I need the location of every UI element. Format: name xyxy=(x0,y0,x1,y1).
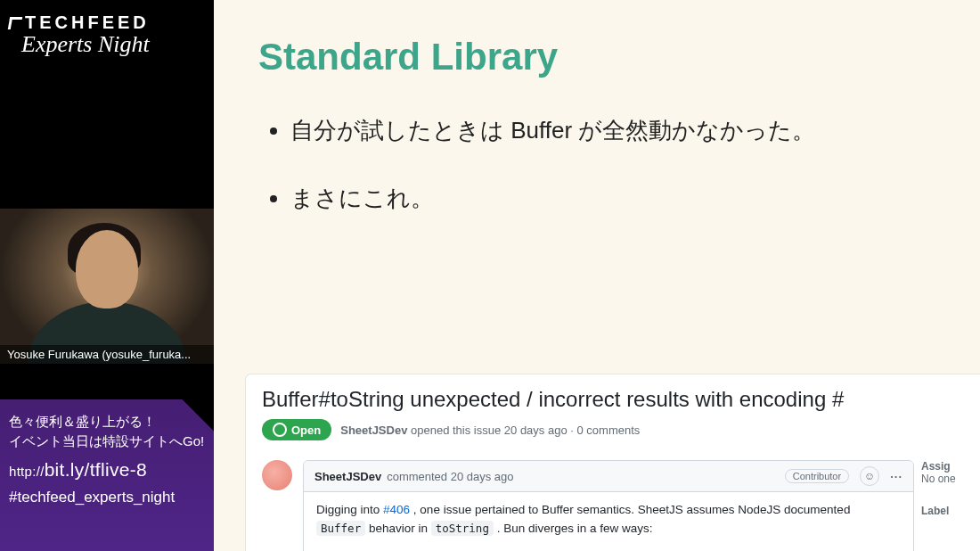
slide-bullet: まさにこれ。 xyxy=(290,177,935,219)
promo-line-1: 色々便利＆盛り上がる！ xyxy=(9,412,205,432)
comment-time: commented 20 days ago xyxy=(387,470,513,483)
stream-sidebar: TECHFEED Experts Night Yosuke Furukawa (… xyxy=(0,0,214,551)
comment-author: SheetJSDev xyxy=(314,470,381,483)
slide-bullet: 自分が試したときは Buffer が全然動かなかった。 xyxy=(290,109,935,152)
inline-code: Buffer xyxy=(316,521,365,536)
slide-bullets: 自分が試したときは Buffer が全然動かなかった。 まさにこれ。 xyxy=(258,109,935,219)
reaction-smiley-icon[interactable]: ☺ xyxy=(860,466,879,486)
presentation-slide: Standard Library 自分が試したときは Buffer が全然動かな… xyxy=(214,0,980,551)
issue-sidebar: Assig No one Label xyxy=(921,460,966,517)
github-issue-embed: Buffer#toString unexpected / incorrect r… xyxy=(246,374,980,551)
issue-opened-text: opened this issue 20 days ago · 0 commen… xyxy=(411,424,640,437)
promo-panel: 色々便利＆盛り上がる！ イベント当日は特設サイトへGo! http://bit.… xyxy=(0,399,214,551)
brand-logo: TECHFEED Experts Night xyxy=(0,0,214,63)
logo-mark-icon xyxy=(8,17,22,29)
brand-subtitle: Experts Night xyxy=(9,31,205,58)
promo-hashtag: #techfeed_experts_night xyxy=(9,487,205,509)
avatar xyxy=(262,460,292,490)
slide-title: Standard Library xyxy=(258,36,935,78)
brand-name: TECHFEED xyxy=(25,12,150,33)
issue-meta: Open SheetJSDev opened this issue 20 day… xyxy=(262,419,964,440)
comment-menu-icon[interactable]: ··· xyxy=(890,470,902,483)
comment-body: Digging into #406 , one issue pertained … xyxy=(304,492,913,551)
issue-ref-link[interactable]: #406 xyxy=(383,503,410,516)
promo-line-2: イベント当日は特設サイトへGo! xyxy=(9,432,205,451)
issue-comment: SheetJSDev commented 20 days ago Contrib… xyxy=(303,460,914,551)
issue-author: SheetJSDev xyxy=(340,424,407,437)
comment-truncated-line: A) utf16le spurious data. The UTF16LE re… xyxy=(316,547,901,551)
presenter-name-overlay: Yosuke Furukawa (yosuke_furuka... xyxy=(0,345,214,364)
presenter-webcam: Yosuke Furukawa (yosuke_furuka... xyxy=(0,209,214,364)
promo-url: http://bit.ly/tflive-8 xyxy=(9,456,205,483)
inline-code: toString xyxy=(431,521,494,536)
issue-status-badge: Open xyxy=(262,419,331,440)
contributor-badge: Contributor xyxy=(785,469,849,483)
issue-title: Buffer#toString unexpected / incorrect r… xyxy=(262,387,964,412)
